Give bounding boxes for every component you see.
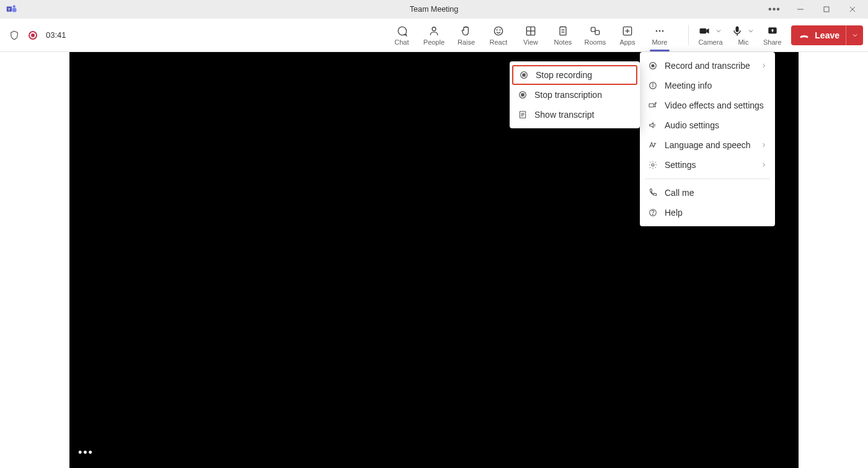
- window-maximize-button[interactable]: [813, 1, 839, 18]
- window-minimize-button[interactable]: [787, 1, 813, 18]
- menu-call-me[interactable]: Call me: [640, 183, 775, 203]
- react-icon: [492, 25, 505, 37]
- menu-record-transcribe[interactable]: Record and transcribe: [640, 56, 775, 76]
- svg-point-42: [653, 214, 653, 215]
- svg-rect-38: [649, 104, 653, 107]
- svg-point-39: [655, 102, 656, 103]
- toolbar-devices: Camera Mic Share Leave: [683, 19, 863, 51]
- svg-point-40: [652, 164, 654, 166]
- window-title: Team Meeting: [0, 5, 868, 14]
- record-icon: [517, 89, 528, 100]
- menu-label: Call me: [665, 188, 694, 198]
- camera-label: Camera: [698, 38, 722, 46]
- settings-icon: [647, 159, 658, 170]
- record-submenu: Stop recording Stop transcription Show t…: [510, 61, 640, 128]
- mic-button[interactable]: Mic: [727, 19, 760, 51]
- submenu-arrow-icon: [760, 161, 768, 169]
- toolbar-status: 03:41: [9, 19, 66, 51]
- phone-icon: [647, 187, 658, 198]
- leave-wrap: Leave: [785, 19, 863, 51]
- menu-language-speech[interactable]: Language and speech: [640, 135, 775, 155]
- leave-chevron-icon[interactable]: [846, 25, 863, 45]
- raise-hand-icon: [460, 25, 472, 37]
- view-button[interactable]: View: [515, 19, 547, 51]
- react-button[interactable]: React: [482, 19, 515, 51]
- menu-label: Audio settings: [665, 120, 719, 130]
- rooms-button[interactable]: Rooms: [579, 19, 611, 51]
- people-icon: [428, 25, 440, 37]
- view-icon: [525, 25, 537, 37]
- more-label: More: [652, 38, 667, 46]
- mic-label: Mic: [738, 38, 748, 46]
- svg-rect-44: [523, 74, 525, 76]
- svg-rect-46: [521, 94, 524, 96]
- view-label: View: [523, 38, 538, 46]
- svg-rect-30: [735, 26, 738, 32]
- menu-label: Record and transcribe: [665, 61, 750, 71]
- share-button[interactable]: Share: [760, 19, 785, 51]
- apps-button[interactable]: Apps: [611, 19, 644, 51]
- window-controls: •••: [761, 1, 866, 18]
- recording-indicator-icon: [29, 31, 37, 40]
- submenu-stop-recording[interactable]: Stop recording: [512, 65, 637, 85]
- notes-button[interactable]: Notes: [547, 19, 579, 51]
- submenu-show-transcript[interactable]: Show transcript: [510, 105, 640, 125]
- react-label: React: [490, 38, 508, 46]
- chat-icon: [396, 25, 408, 37]
- more-button[interactable]: More: [644, 19, 676, 51]
- svg-rect-3: [12, 8, 17, 12]
- menu-label: Meeting info: [665, 81, 712, 91]
- menu-meeting-info[interactable]: Meeting info: [640, 76, 775, 95]
- menu-label: Stop recording: [536, 70, 592, 80]
- menu-label: Language and speech: [665, 140, 751, 150]
- mic-chevron-icon[interactable]: [746, 27, 756, 35]
- window-close-button[interactable]: [839, 1, 866, 18]
- language-icon: [647, 139, 658, 151]
- chat-button[interactable]: Chat: [386, 19, 418, 51]
- menu-settings[interactable]: Settings: [640, 155, 775, 175]
- people-button[interactable]: People: [418, 19, 450, 51]
- privacy-shield-icon[interactable]: [9, 30, 20, 41]
- leave-label: Leave: [815, 30, 839, 40]
- raise-label: Raise: [458, 38, 475, 46]
- svg-point-34: [652, 64, 654, 67]
- menu-label: Show transcript: [534, 110, 594, 120]
- meeting-timer: 03:41: [46, 30, 66, 40]
- svg-text:T: T: [8, 7, 11, 11]
- audio-icon: [647, 120, 658, 131]
- svg-rect-29: [699, 28, 706, 33]
- apps-icon: [621, 25, 634, 37]
- window-more-button[interactable]: •••: [761, 1, 787, 18]
- toolbar-divider: [688, 25, 689, 45]
- submenu-arrow-icon: [760, 62, 768, 69]
- share-label: Share: [763, 38, 781, 46]
- svg-point-27: [659, 30, 661, 32]
- menu-label: Stop transcription: [534, 90, 602, 100]
- svg-point-8: [432, 27, 436, 30]
- menu-help[interactable]: Help: [640, 203, 775, 223]
- leave-button[interactable]: Leave: [791, 25, 863, 45]
- menu-separator: [645, 179, 770, 179]
- svg-rect-21: [591, 27, 595, 32]
- camera-chevron-icon[interactable]: [714, 27, 724, 35]
- menu-label: Settings: [665, 160, 696, 170]
- menu-video-effects[interactable]: Video effects and settings: [640, 95, 775, 115]
- raise-hand-button[interactable]: Raise: [450, 19, 482, 51]
- more-menu: Record and transcribe Meeting info Video…: [640, 52, 775, 226]
- svg-point-11: [500, 29, 500, 30]
- meeting-toolbar: 03:41 Chat People Raise React View Notes: [0, 19, 868, 52]
- svg-point-37: [652, 84, 653, 84]
- hangup-icon: [799, 30, 810, 41]
- record-icon: [647, 60, 658, 71]
- video-effects-icon: [647, 100, 658, 111]
- menu-audio-settings[interactable]: Audio settings: [640, 115, 775, 135]
- help-icon: [647, 207, 658, 218]
- rooms-icon: [589, 25, 601, 37]
- camera-button[interactable]: Camera: [694, 19, 727, 51]
- svg-point-28: [662, 30, 664, 32]
- toolbar-actions: Chat People Raise React View Notes Rooms: [386, 19, 676, 51]
- menu-label: Video effects and settings: [665, 100, 764, 110]
- video-more-button[interactable]: •••: [78, 446, 94, 459]
- submenu-stop-transcription[interactable]: Stop transcription: [510, 85, 640, 105]
- menu-label: Help: [665, 208, 683, 218]
